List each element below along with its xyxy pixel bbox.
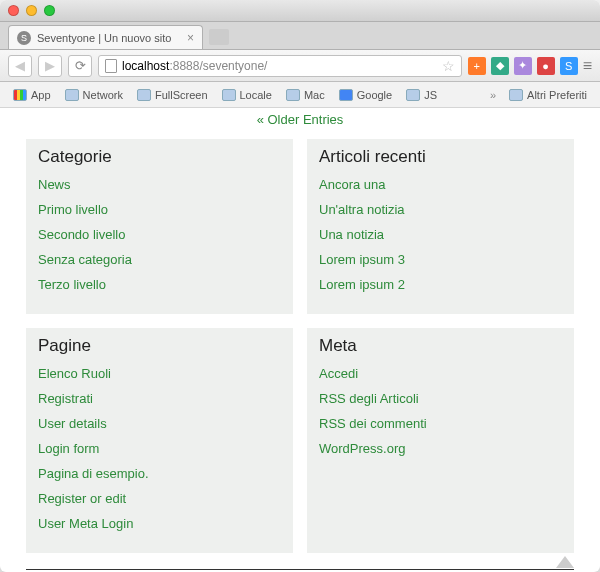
bookmark-google[interactable]: Google: [334, 87, 397, 103]
address-bar[interactable]: localhost:8888/seventyone/ ☆: [98, 55, 462, 77]
bookmark-js[interactable]: JS: [401, 87, 442, 103]
toolbar: ◀ ▶ ⟳ localhost:8888/seventyone/ ☆ + ◆ ✦…: [0, 50, 600, 82]
widget-grid: CategorieNewsPrimo livelloSecondo livell…: [26, 139, 574, 553]
forward-button[interactable]: ▶: [38, 55, 62, 77]
widget-link[interactable]: Accedi: [319, 366, 562, 381]
close-tab-button[interactable]: ×: [187, 31, 194, 45]
widget-link[interactable]: Un'altra notizia: [319, 202, 562, 217]
browser-window: S Seventyone | Un nuovo sito × ◀ ▶ ⟳ loc…: [0, 0, 600, 572]
titlebar: [0, 0, 600, 22]
widget-link[interactable]: Senza categoria: [38, 252, 281, 267]
bookmark-star-icon[interactable]: ☆: [442, 58, 455, 74]
folder-icon: [286, 89, 300, 101]
tab-strip: S Seventyone | Un nuovo sito ×: [0, 22, 600, 50]
apps-icon: [13, 89, 27, 101]
page-icon: [105, 59, 117, 73]
widget-link[interactable]: Ancora una: [319, 177, 562, 192]
new-tab-button[interactable]: [209, 29, 229, 45]
widget-link[interactable]: User Meta Login: [38, 516, 281, 531]
bookmark-network[interactable]: Network: [60, 87, 128, 103]
bookmarks-bar: App Network FullScreen Locale Mac Google…: [0, 82, 600, 108]
close-window-button[interactable]: [8, 5, 19, 16]
extension-red-icon[interactable]: ●: [537, 57, 555, 75]
widget-link[interactable]: Pagina di esempio.: [38, 466, 281, 481]
widget-link[interactable]: News: [38, 177, 281, 192]
widget-link[interactable]: Registrati: [38, 391, 281, 406]
folder-icon: [509, 89, 523, 101]
widget-articoli-recenti: Articoli recentiAncora unaUn'altra notiz…: [307, 139, 574, 314]
extension-green-icon[interactable]: ◆: [491, 57, 509, 75]
favicon-icon: S: [17, 31, 31, 45]
folder-icon: [137, 89, 151, 101]
url-text: localhost:8888/seventyone/: [122, 59, 437, 73]
extension-addthis-icon[interactable]: +: [468, 57, 486, 75]
widget-meta: MetaAccediRSS degli ArticoliRSS dei comm…: [307, 328, 574, 553]
maximize-window-button[interactable]: [44, 5, 55, 16]
minimize-window-button[interactable]: [26, 5, 37, 16]
back-button[interactable]: ◀: [8, 55, 32, 77]
older-entries-link[interactable]: « Older Entries: [26, 112, 574, 127]
extension-area: + ◆ ✦ ● S ≡: [468, 57, 592, 75]
widget-title: Categorie: [38, 147, 281, 167]
widget-title: Pagine: [38, 336, 281, 356]
bookmarks-overflow-button[interactable]: »: [486, 89, 500, 101]
window-controls: [8, 5, 55, 16]
widget-pagine: PagineElenco RuoliRegistratiUser details…: [26, 328, 293, 553]
widget-link[interactable]: Login form: [38, 441, 281, 456]
chrome-menu-button[interactable]: ≡: [583, 58, 592, 74]
bookmark-mac[interactable]: Mac: [281, 87, 330, 103]
widget-link[interactable]: Una notizia: [319, 227, 562, 242]
widget-link[interactable]: Lorem ipsum 3: [319, 252, 562, 267]
widget-link[interactable]: Lorem ipsum 2: [319, 277, 562, 292]
browser-tab[interactable]: S Seventyone | Un nuovo sito ×: [8, 25, 203, 49]
widget-title: Meta: [319, 336, 562, 356]
widget-title: Articoli recenti: [319, 147, 562, 167]
reload-button[interactable]: ⟳: [68, 55, 92, 77]
page-content: « Older Entries CategorieNewsPrimo livel…: [0, 108, 600, 572]
bookmark-locale[interactable]: Locale: [217, 87, 277, 103]
widget-categorie: CategorieNewsPrimo livelloSecondo livell…: [26, 139, 293, 314]
extension-blue-icon[interactable]: S: [560, 57, 578, 75]
widget-link[interactable]: Register or edit: [38, 491, 281, 506]
widget-link[interactable]: Elenco Ruoli: [38, 366, 281, 381]
google-icon: [339, 89, 353, 101]
widget-link[interactable]: WordPress.org: [319, 441, 562, 456]
widget-link[interactable]: Primo livello: [38, 202, 281, 217]
widget-link[interactable]: User details: [38, 416, 281, 431]
folder-icon: [406, 89, 420, 101]
widget-link[interactable]: RSS degli Articoli: [319, 391, 562, 406]
scroll-top-button[interactable]: [556, 556, 574, 568]
folder-icon: [65, 89, 79, 101]
extension-purple-icon[interactable]: ✦: [514, 57, 532, 75]
tab-title: Seventyone | Un nuovo sito: [37, 32, 181, 44]
bookmark-apps[interactable]: App: [8, 87, 56, 103]
widget-link[interactable]: RSS dei commenti: [319, 416, 562, 431]
bookmark-fullscreen[interactable]: FullScreen: [132, 87, 213, 103]
bookmark-other[interactable]: Altri Preferiti: [504, 87, 592, 103]
folder-icon: [222, 89, 236, 101]
widget-link[interactable]: Terzo livello: [38, 277, 281, 292]
widget-link[interactable]: Secondo livello: [38, 227, 281, 242]
